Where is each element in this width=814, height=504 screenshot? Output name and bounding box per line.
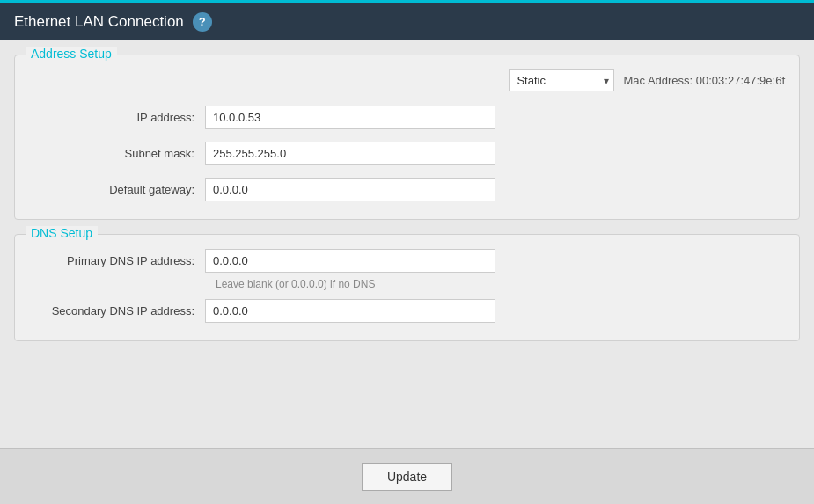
secondary-dns-input[interactable]: [205, 299, 495, 323]
default-gateway-row: Default gateway:: [29, 178, 785, 201]
ip-address-input[interactable]: [205, 106, 495, 129]
page-title: Ethernet LAN Connection: [14, 13, 184, 31]
dns-setup-section: DNS Setup Primary DNS IP address: Leave …: [14, 234, 800, 341]
subnet-mask-row: Subnet mask:: [29, 142, 785, 165]
ip-address-label: IP address:: [29, 111, 205, 124]
help-icon[interactable]: ?: [193, 12, 212, 32]
dns-setup-title: DNS Setup: [26, 226, 98, 240]
footer: Update: [0, 448, 814, 504]
primary-dns-row: Primary DNS IP address:: [29, 249, 785, 273]
address-setup-section: Address Setup Static DHCP Mac Address: 0…: [14, 55, 800, 220]
ip-address-row: IP address:: [29, 106, 785, 129]
default-gateway-input[interactable]: [205, 178, 495, 201]
main-content: Address Setup Static DHCP Mac Address: 0…: [0, 40, 814, 448]
header: Ethernet LAN Connection ?: [0, 0, 814, 40]
primary-dns-input[interactable]: [205, 249, 495, 273]
update-button[interactable]: Update: [362, 463, 452, 491]
subnet-mask-label: Subnet mask:: [29, 147, 205, 160]
dns-hint: Leave blank (or 0.0.0.0) if no DNS: [216, 278, 785, 290]
secondary-dns-label: Secondary DNS IP address:: [29, 304, 205, 318]
address-type-select-wrapper[interactable]: Static DHCP: [509, 69, 614, 91]
address-type-row: Static DHCP Mac Address: 00:03:27:47:9e:…: [29, 69, 785, 91]
default-gateway-label: Default gateway:: [29, 183, 205, 196]
address-type-select[interactable]: Static DHCP: [509, 69, 614, 91]
subnet-mask-input[interactable]: [205, 142, 495, 165]
address-setup-title: Address Setup: [26, 47, 117, 61]
primary-dns-label: Primary DNS IP address:: [29, 254, 205, 267]
secondary-dns-row: Secondary DNS IP address:: [29, 299, 785, 323]
mac-address-label: Mac Address: 00:03:27:47:9e:6f: [623, 74, 785, 87]
